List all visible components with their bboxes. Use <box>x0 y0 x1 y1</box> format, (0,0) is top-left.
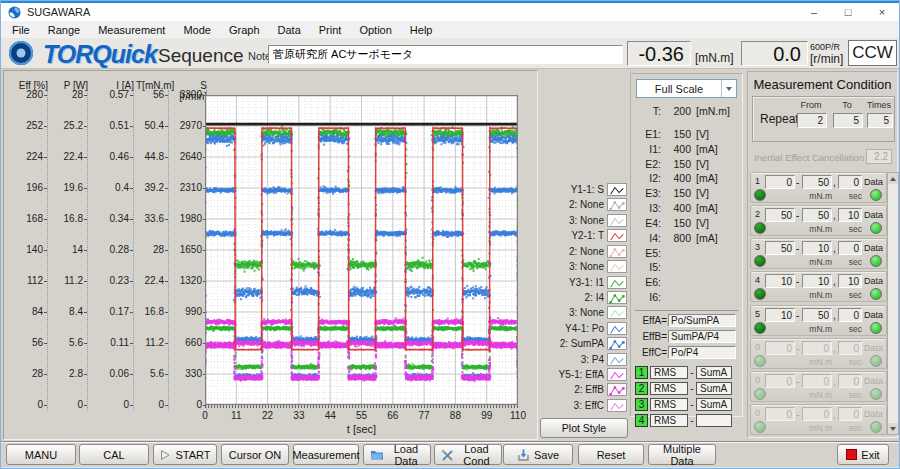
step-to-field[interactable]: 10 <box>802 241 832 255</box>
maximize-button[interactable]: □ <box>831 3 865 21</box>
plot-style-icon[interactable] <box>607 276 627 289</box>
step-to-field[interactable]: 10 <box>802 274 832 288</box>
plot-style-icon[interactable] <box>607 306 627 319</box>
sum-mode-box[interactable]: SumA <box>696 398 732 411</box>
plot-style-icon[interactable] <box>607 337 627 350</box>
scale-row-e5: E5: <box>633 246 741 260</box>
rms-mode-box[interactable]: RMS <box>650 382 688 395</box>
rms-channel-number: 4 <box>635 414 648 427</box>
menu-item-graph[interactable]: Graph <box>220 23 269 37</box>
plot-style-icon[interactable] <box>607 383 627 396</box>
rms-mode-box[interactable]: RMS <box>650 366 688 379</box>
scale-mode-dropdown[interactable]: Full Scale <box>636 79 737 98</box>
channel-label: Y1-1: S <box>541 184 607 195</box>
step-from-field[interactable]: 0 <box>765 175 795 189</box>
step-time-field[interactable]: 10 <box>838 274 862 288</box>
step-time-field[interactable]: 10 <box>838 208 862 222</box>
menu-item-mode[interactable]: Mode <box>174 23 220 37</box>
step-time-field[interactable]: 0 <box>838 241 862 255</box>
formula-value-field[interactable]: Po/SumPA <box>668 314 736 327</box>
rms-channel-number: 2 <box>635 382 648 395</box>
data-record-led[interactable] <box>870 255 882 267</box>
step-to-field[interactable]: 50 <box>802 308 832 322</box>
plot-style-icon[interactable] <box>607 399 627 412</box>
manu-button[interactable]: MANU <box>6 444 76 465</box>
plot-style-icon[interactable] <box>607 198 627 211</box>
multiple-data-button[interactable]: Multiple Data <box>648 444 716 465</box>
axis-tick-label: 280 <box>26 90 43 100</box>
reset-button[interactable]: Reset <box>578 444 644 465</box>
step-time-field[interactable]: 0 <box>838 175 862 189</box>
tick-mark <box>84 281 87 282</box>
load-cond-button[interactable]: Load Cond <box>434 444 502 465</box>
axis-tick: 140 <box>6 245 47 255</box>
step-time-field[interactable]: 0 <box>838 308 862 322</box>
plot-style-icon[interactable] <box>607 322 627 335</box>
step-to-field[interactable]: 50 <box>802 208 832 222</box>
formula-value-field[interactable]: SumPA/P4 <box>668 330 736 343</box>
plot-style-icon[interactable] <box>607 183 627 196</box>
menu-item-file[interactable]: File <box>3 23 39 37</box>
rms-mode-box[interactable]: RMS <box>650 414 688 427</box>
data-record-led[interactable] <box>870 322 882 334</box>
y-axis-i-a: 0.570.510.460.40.340.280.230.170.110.060 <box>92 90 134 410</box>
scale-unit: [mA] <box>696 143 718 155</box>
data-record-led[interactable] <box>870 288 882 300</box>
close-button[interactable]: × <box>865 3 899 21</box>
step-list-scrollbar[interactable] <box>887 172 899 435</box>
step-to-field[interactable]: 50 <box>802 175 832 189</box>
tick-mark <box>165 374 168 375</box>
data-record-led[interactable] <box>870 222 882 234</box>
menu-item-print[interactable]: Print <box>310 23 351 37</box>
note-input[interactable] <box>268 45 623 64</box>
plot-style-icon[interactable] <box>607 229 627 242</box>
load-data-button[interactable]: Load Data <box>363 444 431 465</box>
plot-style-icon[interactable] <box>607 353 627 366</box>
formula-value-field[interactable]: Po/P4 <box>668 346 736 359</box>
repeat-value-field[interactable]: 5 <box>867 113 893 128</box>
plot-style-button[interactable]: Plot Style <box>540 418 628 438</box>
repeat-value-field[interactable]: 5 <box>833 113 863 128</box>
axis-tick: 14 <box>50 245 87 255</box>
separator: , <box>833 409 836 420</box>
sum-mode-box[interactable] <box>696 414 732 427</box>
plot-style-icon[interactable] <box>607 214 627 227</box>
step-from-field[interactable]: 50 <box>765 241 795 255</box>
start-button[interactable]: START <box>153 444 217 465</box>
axis-tick: 22.4 <box>136 276 168 286</box>
menu-item-help[interactable]: Help <box>401 23 442 37</box>
plot-style-icon[interactable] <box>607 245 627 258</box>
rms-mode-box[interactable]: RMS <box>650 398 688 411</box>
scroll-up-button[interactable] <box>888 173 898 184</box>
scale-value: 400 <box>661 202 691 214</box>
menu-item-data[interactable]: Data <box>269 23 310 37</box>
sum-mode-box[interactable]: SumA <box>696 382 732 395</box>
scale-row-e1: E1:150[V] <box>633 127 741 141</box>
step-from-field[interactable]: 10 <box>765 308 795 322</box>
scroll-down-button[interactable] <box>888 423 898 434</box>
x-tick-label: 88 <box>450 410 461 421</box>
button-label: CAL <box>103 449 124 461</box>
menu-item-range[interactable]: Range <box>39 23 89 37</box>
axis-tick: 0.4 <box>92 183 133 193</box>
minimize-button[interactable]: – <box>797 3 831 21</box>
menu-item-option[interactable]: Option <box>350 23 400 37</box>
axis-tick-label: 330 <box>185 369 202 379</box>
step-active-led <box>754 388 766 400</box>
cal-button[interactable]: CAL <box>79 444 149 465</box>
repeat-value-field[interactable]: 2 <box>797 113 827 128</box>
plot-style-icon[interactable] <box>607 291 627 304</box>
save-button[interactable]: Save <box>503 444 573 465</box>
cursor-on-button[interactable]: Cursor ON <box>221 444 289 465</box>
torque-unit-label: mN.m <box>802 290 832 300</box>
scale-value: 150 <box>661 128 691 140</box>
plot-style-icon[interactable] <box>607 260 627 273</box>
step-from-field[interactable]: 10 <box>765 274 795 288</box>
measurement-button[interactable]: Measurement <box>293 444 359 465</box>
plot-style-icon[interactable] <box>607 368 627 381</box>
sum-mode-box[interactable]: SumA <box>696 366 732 379</box>
menu-item-measurement[interactable]: Measurement <box>89 23 174 37</box>
step-from-field[interactable]: 50 <box>765 208 795 222</box>
exit-button[interactable]: Exit <box>837 444 889 465</box>
data-record-led[interactable] <box>870 189 882 201</box>
